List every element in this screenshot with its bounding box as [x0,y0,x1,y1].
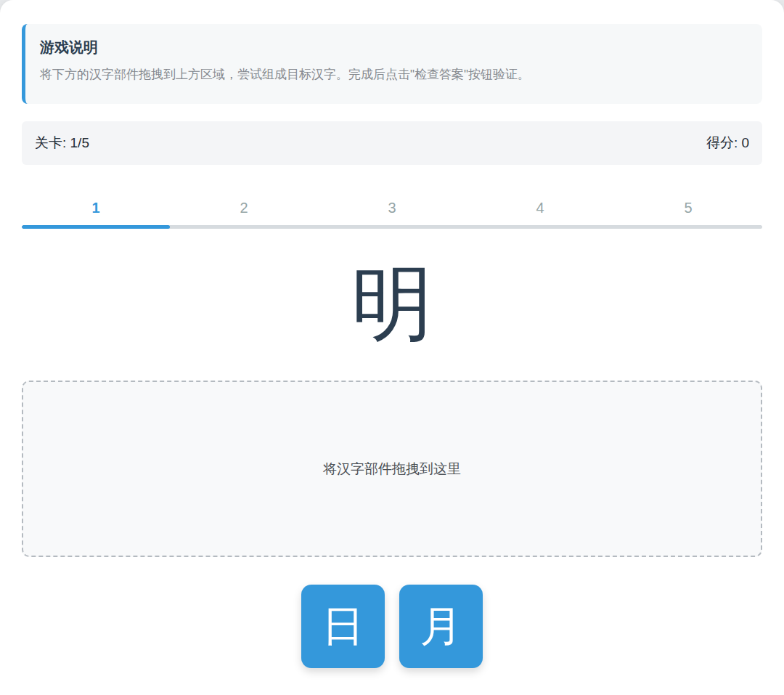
progress-fill [22,225,170,229]
level-indicator: 关卡: 1/5 [35,134,89,153]
step-1: 1 [22,200,170,216]
dropzone-hint: 将汉字部件拖拽到这里 [323,460,461,479]
instructions-title: 游戏说明 [40,38,748,56]
tile-yue[interactable]: 月 [399,585,483,668]
step-2: 2 [170,200,318,216]
score-indicator: 得分: 0 [706,134,749,153]
dropzone[interactable]: 将汉字部件拖拽到这里 [22,381,762,557]
instructions-body: 将下方的汉字部件拖拽到上方区域，尝试组成目标汉字。完成后点击"检查答案"按钮验证… [40,65,748,86]
game-card: 游戏说明 将下方的汉字部件拖拽到上方区域，尝试组成目标汉字。完成后点击"检查答案… [0,0,784,695]
step-3: 3 [318,200,466,216]
component-tray: 日 月 [22,585,762,668]
target-character: 明 [22,259,762,349]
status-bar: 关卡: 1/5 得分: 0 [22,121,762,165]
step-numbers: 1 2 3 4 5 [22,200,762,216]
progress-track [22,225,762,229]
step-4: 4 [466,200,614,216]
instructions-panel: 游戏说明 将下方的汉字部件拖拽到上方区域，尝试组成目标汉字。完成后点击"检查答案… [22,24,762,104]
level-progress: 1 2 3 4 5 [22,200,762,229]
tile-ri[interactable]: 日 [301,585,385,668]
step-5: 5 [614,200,762,216]
